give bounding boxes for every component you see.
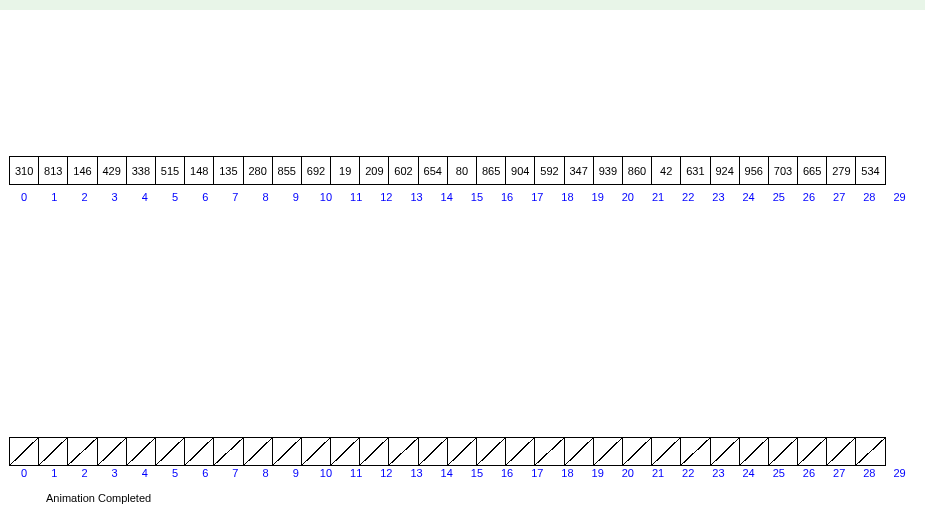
array-cell: 654 (418, 156, 448, 185)
array-cell: 592 (534, 156, 564, 185)
index-cell: 9 (281, 191, 311, 203)
empty-cell (593, 437, 623, 466)
array-cell: 665 (797, 156, 827, 185)
empty-cell (797, 437, 827, 466)
array-cell: 602 (388, 156, 418, 185)
empty-cell (330, 437, 360, 466)
index-cell: 28 (854, 467, 884, 479)
array-cell: 534 (855, 156, 885, 185)
top-array-section: 3108131464293385151481352808556921920960… (9, 156, 916, 203)
empty-cell (768, 437, 798, 466)
array-cell: 338 (126, 156, 156, 185)
index-cell: 18 (552, 191, 582, 203)
array-cell: 631 (680, 156, 710, 185)
empty-cell (680, 437, 710, 466)
array-cell: 146 (67, 156, 97, 185)
array-cell: 279 (826, 156, 856, 185)
empty-cell (476, 437, 506, 466)
bottom-index-row: 0123456789101112131415161718192021222324… (9, 467, 916, 479)
empty-cell (564, 437, 594, 466)
empty-cell (710, 437, 740, 466)
array-cell: 692 (301, 156, 331, 185)
index-cell: 5 (160, 191, 190, 203)
empty-cell (447, 437, 477, 466)
index-cell: 23 (703, 191, 733, 203)
index-cell: 13 (401, 191, 431, 203)
index-cell: 3 (100, 467, 130, 479)
index-cell: 21 (643, 191, 673, 203)
array-cell: 347 (564, 156, 594, 185)
empty-cell (184, 437, 214, 466)
bottom-array-section: 0123456789101112131415161718192021222324… (9, 437, 916, 479)
index-cell: 7 (220, 191, 250, 203)
array-cell: 310 (9, 156, 39, 185)
empty-cell (418, 437, 448, 466)
index-cell: 14 (432, 191, 462, 203)
empty-cell (388, 437, 418, 466)
bottom-array-row (9, 437, 916, 466)
index-cell: 3 (100, 191, 130, 203)
empty-cell (622, 437, 652, 466)
index-cell: 20 (613, 191, 643, 203)
top-array-row: 3108131464293385151481352808556921920960… (9, 156, 916, 185)
index-cell: 0 (9, 467, 39, 479)
empty-cell (534, 437, 564, 466)
index-cell: 8 (251, 191, 281, 203)
index-cell: 19 (583, 467, 613, 479)
empty-cell (301, 437, 331, 466)
array-cell: 148 (184, 156, 214, 185)
index-cell: 16 (492, 191, 522, 203)
array-cell: 80 (447, 156, 477, 185)
index-cell: 18 (552, 467, 582, 479)
index-cell: 22 (673, 191, 703, 203)
empty-cell (243, 437, 273, 466)
empty-cell (651, 437, 681, 466)
index-cell: 16 (492, 467, 522, 479)
array-cell: 135 (213, 156, 243, 185)
index-cell: 5 (160, 467, 190, 479)
array-cell: 904 (505, 156, 535, 185)
array-cell: 703 (768, 156, 798, 185)
index-cell: 24 (734, 467, 764, 479)
empty-cell (38, 437, 68, 466)
index-cell: 8 (251, 467, 281, 479)
index-cell: 19 (583, 191, 613, 203)
status-text: Animation Completed (46, 492, 151, 504)
array-cell: 865 (476, 156, 506, 185)
index-cell: 21 (643, 467, 673, 479)
empty-cell (359, 437, 389, 466)
index-cell: 7 (220, 467, 250, 479)
index-cell: 4 (130, 467, 160, 479)
top-banner (0, 0, 925, 10)
empty-cell (272, 437, 302, 466)
empty-cell (213, 437, 243, 466)
index-cell: 9 (281, 467, 311, 479)
index-cell: 13 (401, 467, 431, 479)
index-cell: 2 (69, 191, 99, 203)
index-cell: 29 (884, 467, 914, 479)
index-cell: 6 (190, 191, 220, 203)
array-cell: 280 (243, 156, 273, 185)
index-cell: 15 (462, 191, 492, 203)
empty-cell (97, 437, 127, 466)
array-cell: 813 (38, 156, 68, 185)
index-cell: 10 (311, 467, 341, 479)
empty-cell (67, 437, 97, 466)
array-cell: 515 (155, 156, 185, 185)
array-cell: 19 (330, 156, 360, 185)
index-cell: 24 (734, 191, 764, 203)
array-cell: 429 (97, 156, 127, 185)
index-cell: 1 (39, 191, 69, 203)
index-cell: 25 (764, 467, 794, 479)
index-cell: 0 (9, 191, 39, 203)
top-index-row: 0123456789101112131415161718192021222324… (9, 191, 916, 203)
empty-cell (126, 437, 156, 466)
index-cell: 11 (341, 191, 371, 203)
index-cell: 25 (764, 191, 794, 203)
index-cell: 12 (371, 467, 401, 479)
empty-cell (739, 437, 769, 466)
index-cell: 22 (673, 467, 703, 479)
empty-cell (9, 437, 39, 466)
index-cell: 20 (613, 467, 643, 479)
index-cell: 11 (341, 467, 371, 479)
